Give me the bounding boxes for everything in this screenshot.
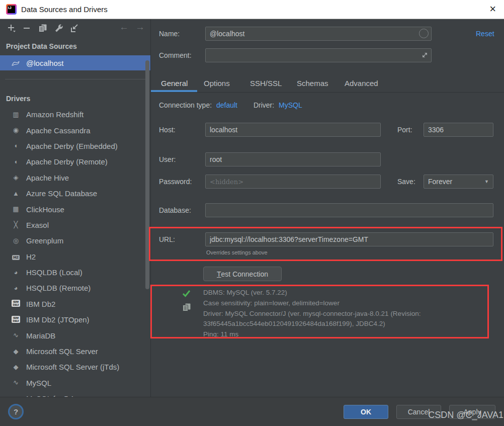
list-item[interactable]: ◕HSQLDB (Remote) bbox=[0, 280, 150, 296]
driver-label: Apache Derby (Remote) bbox=[26, 157, 108, 166]
h2-icon: H2 bbox=[11, 252, 21, 261]
list-item[interactable]: ◖Apache Derby (Remote) bbox=[0, 154, 150, 169]
ibm-db2-icon: IBMDB2 bbox=[11, 300, 21, 308]
user-label: User: bbox=[159, 155, 176, 163]
help-button[interactable]: ? bbox=[8, 404, 24, 419]
driver-link[interactable]: MySQL bbox=[279, 101, 302, 109]
list-item[interactable]: ◈Apache Hive bbox=[0, 170, 150, 186]
azure-sql-icon: ▲ bbox=[11, 190, 21, 198]
sidebar-scrollbar[interactable] bbox=[145, 60, 149, 289]
connection-type-label: Connection type: bbox=[159, 101, 212, 109]
greenplum-icon: ◎ bbox=[11, 237, 21, 245]
question-mark-icon: ? bbox=[14, 407, 18, 416]
driver-label: H2 bbox=[26, 252, 36, 261]
test-connection-button[interactable]: Test Connection bbox=[203, 267, 282, 281]
add-icon[interactable] bbox=[6, 23, 17, 34]
list-item[interactable]: ∿MariaDB bbox=[0, 327, 150, 343]
list-item[interactable]: ▲Azure SQL Database bbox=[0, 186, 150, 201]
chevron-down-icon: ▼ bbox=[484, 179, 489, 184]
back-icon[interactable]: ← bbox=[119, 22, 129, 33]
driver-label: Microsoft SQL Server bbox=[26, 347, 98, 356]
refresh-indicator-icon bbox=[419, 29, 429, 38]
intellij-logo-icon: IJ bbox=[6, 4, 17, 15]
data-source-label: @localhost bbox=[26, 59, 63, 67]
remove-icon[interactable] bbox=[21, 23, 32, 34]
tab-general[interactable]: General bbox=[161, 79, 188, 88]
list-item[interactable]: H2H2 bbox=[0, 249, 150, 265]
reset-link[interactable]: Reset bbox=[476, 30, 494, 38]
ok-button[interactable]: OK bbox=[344, 405, 388, 419]
sidebar-separator bbox=[5, 79, 146, 79]
list-item[interactable]: ◆Microsoft SQL Server bbox=[0, 344, 150, 359]
url-hint: Overrides settings above bbox=[206, 249, 268, 255]
list-item[interactable]: IBMDB2IBM Db2 (JTOpen) bbox=[0, 312, 150, 327]
list-item[interactable]: ◖Apache Derby (Embedded) bbox=[0, 138, 150, 154]
watermark: CSDN @C_JAVA1 bbox=[428, 410, 503, 420]
sidebar: ← → Project Data Sources @localhost Driv… bbox=[0, 19, 151, 397]
expand-icon[interactable] bbox=[421, 51, 429, 61]
result-line: DBMS: MySQL (ver. 5.7.22) bbox=[203, 288, 421, 298]
driver-label: Microsoft SQL Server (jTds) bbox=[26, 363, 119, 371]
list-item[interactable]: IBMDB2IBM Db2 bbox=[0, 296, 150, 312]
name-input[interactable] bbox=[205, 27, 432, 41]
result-line: 33f65445a1bcc544eb0120491926484da168f199… bbox=[203, 319, 421, 329]
list-item[interactable]: ◉Apache Cassandra bbox=[0, 122, 150, 138]
driver-label: HSQLDB (Remote) bbox=[26, 284, 91, 292]
name-label: Name: bbox=[159, 30, 180, 38]
database-input[interactable] bbox=[205, 203, 493, 217]
driver-label: Driver: bbox=[254, 101, 274, 109]
amazon-redshift-icon: ▥ bbox=[11, 111, 21, 119]
sidebar-item-localhost[interactable]: @localhost bbox=[0, 55, 150, 70]
tab-ssh-ssl[interactable]: SSH/SSL bbox=[250, 79, 282, 88]
connection-type-link[interactable]: default bbox=[216, 101, 237, 109]
list-item[interactable]: ∿MySQL for 5.1 bbox=[0, 391, 150, 397]
import-icon[interactable] bbox=[69, 23, 80, 34]
tab-options[interactable]: Options bbox=[204, 79, 230, 88]
password-label: Password: bbox=[159, 178, 192, 186]
close-icon[interactable]: × bbox=[489, 3, 496, 16]
driver-label: Azure SQL Database bbox=[26, 189, 97, 198]
drivers-header: Drivers bbox=[6, 95, 30, 103]
list-item[interactable]: ◎Greenplum bbox=[0, 233, 150, 248]
sql-server-icon: ◆ bbox=[11, 348, 21, 356]
list-item[interactable]: ╳Exasol bbox=[0, 217, 150, 233]
driver-label: Amazon Redshift bbox=[26, 110, 83, 119]
save-label: Save: bbox=[397, 178, 415, 186]
result-line: Case sensitivity: plain=lower, delimited… bbox=[203, 298, 421, 309]
window-title: Data Sources and Drivers bbox=[21, 5, 108, 14]
tab-advanced[interactable]: Advanced bbox=[345, 79, 378, 88]
wrench-icon[interactable] bbox=[53, 23, 64, 34]
ibm-db2-icon: IBMDB2 bbox=[11, 316, 21, 324]
list-item[interactable]: ◆Microsoft SQL Server (jTds) bbox=[0, 359, 150, 375]
connection-type-row: Connection type: default Driver: MySQL bbox=[159, 101, 302, 109]
driver-label: MySQL bbox=[26, 379, 51, 387]
host-label: Host: bbox=[159, 126, 176, 134]
host-input[interactable] bbox=[205, 123, 381, 137]
success-check-icon bbox=[182, 290, 191, 299]
url-input[interactable] bbox=[205, 232, 493, 246]
password-input[interactable] bbox=[205, 175, 381, 189]
list-item[interactable]: ◕HSQLDB (Local) bbox=[0, 265, 150, 280]
save-dropdown-value: Forever bbox=[428, 178, 452, 186]
copy-result-icon[interactable] bbox=[182, 303, 193, 314]
comment-input[interactable] bbox=[205, 48, 432, 62]
user-input[interactable] bbox=[205, 152, 381, 166]
list-item[interactable]: ▥Amazon Redshift bbox=[0, 107, 150, 122]
tab-schemas[interactable]: Schemas bbox=[297, 79, 328, 88]
port-input[interactable] bbox=[424, 123, 493, 137]
list-item[interactable]: ∿MySQL bbox=[0, 375, 150, 391]
cassandra-icon: ◉ bbox=[11, 126, 21, 134]
list-item[interactable]: ▦ClickHouse bbox=[0, 201, 150, 217]
tab-divider bbox=[151, 92, 504, 93]
duplicate-icon[interactable] bbox=[37, 23, 48, 34]
forward-icon[interactable]: → bbox=[135, 22, 145, 33]
driver-label: IBM Db2 (JTOpen) bbox=[26, 315, 90, 324]
save-dropdown[interactable]: Forever ▼ bbox=[424, 175, 493, 189]
driver-label: HSQLDB (Local) bbox=[26, 268, 82, 277]
comment-label: Comment: bbox=[159, 51, 192, 59]
project-data-sources-header: Project Data Sources bbox=[6, 42, 77, 50]
mysql-icon: ∿ bbox=[11, 379, 21, 387]
hive-icon: ◈ bbox=[11, 174, 21, 182]
derby-icon: ◖ bbox=[11, 142, 21, 150]
driver-label: Greenplum bbox=[26, 236, 63, 245]
